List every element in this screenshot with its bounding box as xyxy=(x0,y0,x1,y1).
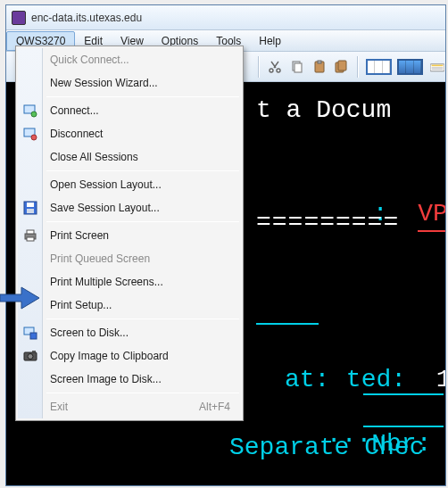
svg-rect-21 xyxy=(27,237,34,241)
menu-item-label: Quick Connect... xyxy=(50,54,129,66)
menu-item-label: Print Queued Screen xyxy=(50,252,150,265)
svg-point-1 xyxy=(277,69,280,72)
toolbar-separator xyxy=(258,56,260,78)
menu-item-label: Print Multiple Screens... xyxy=(50,276,163,288)
menu-screen-to-disk[interactable]: Screen to Disk... xyxy=(18,321,241,344)
connect-icon xyxy=(23,103,37,118)
copy-icon[interactable] xyxy=(289,57,306,77)
menu-item-label: Close All Sessions xyxy=(50,151,138,163)
svg-rect-3 xyxy=(295,63,302,72)
printer-icon xyxy=(23,228,37,243)
qws3270-dropdown: Quick Connect... New Session Wizard... C… xyxy=(15,45,244,421)
terminal-text: Separate Chec xyxy=(229,432,424,464)
menu-print-multiple-screens[interactable]: Print Multiple Screens... xyxy=(18,270,241,294)
title-bar: enc-data.its.utexas.edu xyxy=(6,5,445,30)
menu-connect[interactable]: Connect... xyxy=(18,99,241,122)
dropdown-separator xyxy=(46,221,239,222)
terminal-field-underline xyxy=(363,393,444,395)
menu-item-label: Save Session Layout... xyxy=(50,202,160,214)
svg-rect-17 xyxy=(27,203,34,207)
svg-rect-20 xyxy=(27,230,34,234)
paste-stack-icon[interactable] xyxy=(333,57,350,77)
menu-screen-image-to-disk[interactable]: Screen Image to Disk... xyxy=(18,368,241,391)
menu-item-label: Print Setup... xyxy=(50,299,112,311)
terminal-text: at: xyxy=(285,364,329,396)
svg-rect-23 xyxy=(30,333,37,339)
menu-print-queued-screen[interactable]: Print Queued Screen xyxy=(18,247,241,270)
camera-icon xyxy=(23,349,37,363)
svg-point-15 xyxy=(31,135,37,140)
svg-rect-26 xyxy=(32,351,36,352)
menu-copy-image-clipboard[interactable]: Copy Image to Clipboard xyxy=(18,344,241,368)
terminal-text: ========= xyxy=(256,207,399,239)
callout-arrow-icon xyxy=(0,285,39,310)
menu-quick-connect[interactable]: Quick Connect... xyxy=(18,48,241,71)
menu-item-label: Screen Image to Disk... xyxy=(50,373,162,385)
menu-item-label: Screen to Disk... xyxy=(50,327,129,339)
paste-icon[interactable] xyxy=(311,57,328,77)
menu-print-screen[interactable]: Print Screen xyxy=(18,224,241,247)
keypad-blue-icon[interactable] xyxy=(397,59,423,75)
terminal-text: t a Docum xyxy=(256,95,391,127)
menu-item-shortcut: Alt+F4 xyxy=(199,401,241,413)
cut-icon[interactable] xyxy=(267,57,284,77)
terminal-field-underline xyxy=(363,426,444,427)
svg-rect-5 xyxy=(318,61,321,63)
menu-item-label: Connect... xyxy=(50,104,99,117)
app-icon xyxy=(12,11,26,25)
menu-disconnect[interactable]: Disconnect xyxy=(18,122,241,145)
menu-close-all-sessions[interactable]: Close All Sessions xyxy=(18,145,241,169)
terminal-field-underline xyxy=(256,323,319,325)
menu-new-session-wizard[interactable]: New Session Wizard... xyxy=(18,71,241,95)
dropdown-separator xyxy=(46,96,239,97)
menu-open-session-layout[interactable]: Open Session Layout... xyxy=(18,173,241,196)
menu-item-label: Print Screen xyxy=(50,229,109,242)
menu-print-setup[interactable]: Print Setup... xyxy=(18,294,241,317)
keyboard-icon[interactable] xyxy=(428,57,445,77)
svg-rect-18 xyxy=(27,209,34,213)
dropdown-separator xyxy=(46,393,239,393)
menu-item-label: New Session Wizard... xyxy=(50,77,158,89)
window-title: enc-data.its.utexas.edu xyxy=(31,12,142,24)
svg-point-0 xyxy=(270,69,273,72)
menu-help[interactable]: Help xyxy=(250,30,290,51)
toolbar-separator xyxy=(357,56,359,78)
menu-item-label: Exit xyxy=(50,401,68,413)
svg-rect-7 xyxy=(338,61,346,70)
menu-exit[interactable]: Exit Alt+F4 xyxy=(18,395,241,418)
keypad-white-icon[interactable] xyxy=(366,59,392,75)
disconnect-icon xyxy=(23,127,37,141)
svg-marker-27 xyxy=(0,287,39,309)
save-icon xyxy=(23,201,37,215)
screen-disk-icon xyxy=(23,326,37,340)
menu-item-label: Disconnect xyxy=(50,128,103,140)
menu-item-label: Copy Image to Clipboard xyxy=(50,350,169,362)
menu-save-session-layout[interactable]: Save Session Layout... xyxy=(18,196,241,219)
svg-point-13 xyxy=(31,112,37,117)
svg-point-25 xyxy=(28,354,33,360)
menu-item-label: Open Session Layout... xyxy=(50,178,162,191)
dropdown-separator xyxy=(46,170,239,171)
dropdown-separator xyxy=(46,318,239,319)
